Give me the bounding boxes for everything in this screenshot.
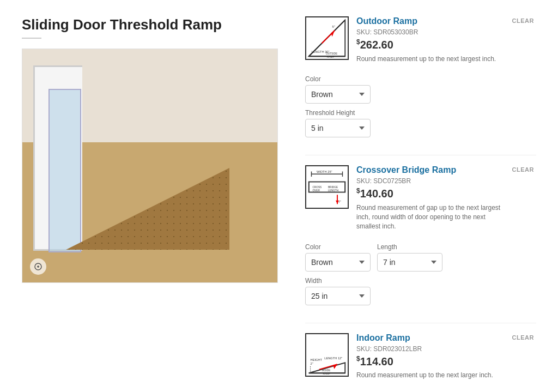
title-divider [22,38,41,39]
crossover-clear-button[interactable]: CLEAR [510,165,536,174]
crossover-controls: Color Brown Black Gray Length 7 in 5 in … [305,243,536,305]
outdoor-threshold-group: Threshold Height 5 in 3 in 4 in 6 in [305,109,371,137]
indoor-sku: SKU: SDR023012LBR [356,345,502,353]
indoor-note: Round measurement up to the next larger … [356,371,502,380]
crossover-note: Round measurement of gap up to the next … [356,203,502,231]
indoor-thumbnail: HEIGHT 2" LENGTH 12" INSIDE RAMP [305,333,349,377]
indoor-price: $114.60 [356,355,502,368]
outdoor-name: Outdoor Ramp [356,16,502,26]
crossover-length-label: Length [377,243,442,251]
page-title: Sliding Door Threshold Ramp [22,16,283,33]
outdoor-threshold-select[interactable]: 5 in 3 in 4 in 6 in [305,119,371,137]
crossover-color-group: Color Brown Black Gray [305,243,371,272]
outdoor-info: Outdoor Ramp SKU: SDR053030BR $262.60 Ro… [356,16,502,70]
svg-text:INSIDE: INSIDE [322,369,331,372]
svg-text:HEIGHT: HEIGHT [311,358,323,361]
crossover-name: Crossover Bridge Ramp [356,165,502,175]
left-panel: Sliding Door Threshold Ramp [22,16,283,392]
crossover-width-label: Width [305,277,371,285]
indoor-clear-button[interactable]: CLEAR [510,333,536,342]
expand-button[interactable] [30,258,46,275]
divider-1 [305,155,536,155]
indoor-info: Indoor Ramp SKU: SDR023012LBR $114.60 Ro… [356,333,502,387]
crossover-color-label: Color [305,243,371,251]
outdoor-control-row-2: Threshold Height 5 in 3 in 4 in 6 in [305,109,536,137]
outdoor-note: Round measurement up to the next largest… [356,55,502,64]
svg-text:2": 2" [311,362,313,365]
svg-text:5": 5" [332,25,335,28]
crossover-length-select[interactable]: 7 in 5 in 6 in 8 in [377,253,442,272]
outdoor-color-label: Color [305,75,371,83]
svg-text:OUTSIDE: OUTSIDE [326,52,337,55]
outdoor-controls: Color Brown Black Gray Threshold Height … [305,75,536,137]
svg-text:LENGTH 12": LENGTH 12" [324,356,342,359]
outdoor-color-select[interactable]: Brown Black Gray [305,85,371,104]
svg-text:RAMP: RAMP [323,372,330,375]
indoor-header-row: HEIGHT 2" LENGTH 12" INSIDE RAMP Indoor … [305,333,536,387]
door-panel [48,89,81,252]
svg-text:7": 7" [338,200,341,203]
outdoor-color-group: Color Brown Black Gray [305,75,371,104]
product-image [22,49,278,283]
crossover-width-group: Width 25 in 20 in 30 in 35 in [305,277,371,305]
crossover-ramp-section: 7" WIDTH 25" CROSS OVER BRIDGE LENGTH Cr… [305,165,536,305]
svg-text:WIDTH 25": WIDTH 25" [317,171,332,174]
outdoor-sku: SKU: SDR053030BR [356,28,502,36]
svg-text:LENGTH: LENGTH [328,189,339,192]
door-frame [33,65,82,251]
outdoor-thumbnail: LENGTH 30" 5" OUTSIDE RAMP [305,16,349,60]
crossover-info: Crossover Bridge Ramp SKU: SDC0725BR $14… [356,165,502,237]
indoor-ramp-section: HEIGHT 2" LENGTH 12" INSIDE RAMP Indoor … [305,333,536,393]
divider-2 [305,323,536,323]
svg-text:CROSS: CROSS [312,186,322,189]
crossover-control-row-2: Width 25 in 20 in 30 in 35 in [305,277,536,305]
svg-text:BRIDGE: BRIDGE [328,186,338,189]
crossover-sku: SKU: SDC0725BR [356,177,502,185]
crossover-length-group: Length 7 in 5 in 6 in 8 in [377,243,442,272]
crossover-width-select[interactable]: 25 in 20 in 30 in 35 in [305,287,371,305]
outdoor-price: $262.60 [356,38,502,51]
crossover-color-select[interactable]: Brown Black Gray [305,253,371,272]
outdoor-header-row: LENGTH 30" 5" OUTSIDE RAMP Outdoor Ramp … [305,16,536,70]
outdoor-clear-button[interactable]: CLEAR [510,16,536,25]
crossover-header-row: 7" WIDTH 25" CROSS OVER BRIDGE LENGTH Cr… [305,165,536,237]
svg-text:RAMP: RAMP [327,56,335,58]
svg-text:OVER: OVER [312,189,320,192]
crossover-thumbnail: 7" WIDTH 25" CROSS OVER BRIDGE LENGTH [305,165,349,209]
crossover-price: $140.60 [356,187,502,200]
right-panel: LENGTH 30" 5" OUTSIDE RAMP Outdoor Ramp … [305,16,536,392]
outdoor-control-row-1: Color Brown Black Gray [305,75,536,104]
crossover-control-row-1: Color Brown Black Gray Length 7 in 5 in … [305,243,536,272]
indoor-name: Indoor Ramp [356,333,502,343]
outdoor-ramp-section: LENGTH 30" 5" OUTSIDE RAMP Outdoor Ramp … [305,16,536,137]
outdoor-threshold-label: Threshold Height [305,109,371,117]
ramp-illustration [22,49,277,282]
